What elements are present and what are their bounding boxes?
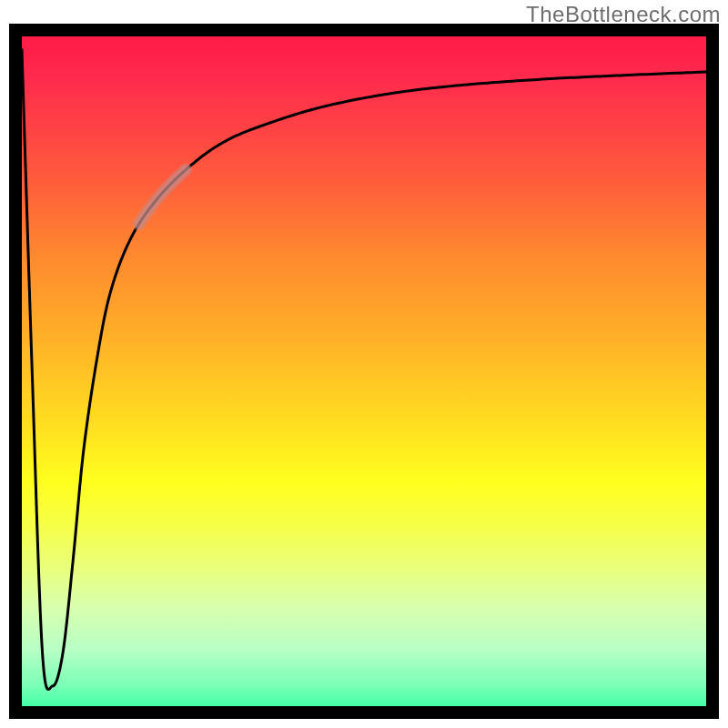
plot-area xyxy=(9,24,719,719)
curve-svg xyxy=(9,24,719,719)
watermark-text: TheBottleneck.com xyxy=(526,2,721,27)
bottleneck-curve xyxy=(22,50,706,690)
chart-container: TheBottleneck.com xyxy=(0,0,728,728)
curve-highlight-inner xyxy=(139,169,187,224)
